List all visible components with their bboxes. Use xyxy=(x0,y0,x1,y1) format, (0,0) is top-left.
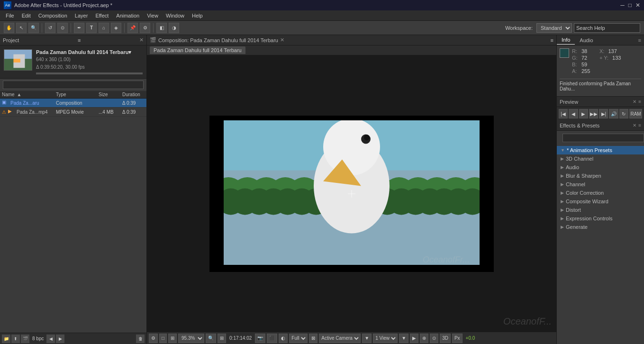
tool-cam[interactable]: ⚙ xyxy=(140,23,150,33)
new-comp-btn[interactable]: 🎬 xyxy=(21,335,29,343)
new-folder-btn[interactable]: 📁 xyxy=(2,335,10,343)
menu-window[interactable]: Window xyxy=(162,12,188,19)
region-btn[interactable]: □ xyxy=(159,334,167,343)
list-item[interactable]: ▶ 3D Channel xyxy=(557,154,644,163)
effects-panel-menu[interactable]: ≡ xyxy=(638,123,641,128)
prev-audio-btn[interactable]: 🔊 xyxy=(609,109,618,118)
color-pick-btn[interactable]: ⬛ xyxy=(267,334,277,343)
camera-select[interactable]: Active Camera xyxy=(319,334,361,343)
col-type-header[interactable]: Type xyxy=(54,91,97,98)
tool-pin[interactable]: 📌 xyxy=(127,23,138,33)
workspace-select[interactable]: Standard xyxy=(536,23,572,33)
close-btn[interactable]: ✕ xyxy=(635,2,640,9)
project-panel-header: Project ≡ ✕ xyxy=(0,35,146,45)
list-item[interactable]: ▶ Audio xyxy=(557,163,644,172)
arrow-icon: ▶ xyxy=(561,199,564,204)
minimize-btn[interactable]: ─ xyxy=(620,2,625,9)
project-panel-close[interactable]: ✕ xyxy=(139,37,144,43)
delete-btn[interactable]: 🗑 xyxy=(136,335,145,343)
render-btn[interactable]: ▶ xyxy=(410,334,418,343)
color-settings-btn[interactable]: ◀ xyxy=(46,335,55,343)
col-size-header[interactable]: Size xyxy=(97,91,120,98)
tool-extra1[interactable]: ◧ xyxy=(156,23,167,33)
menu-help[interactable]: Help xyxy=(188,12,207,19)
col-name-header[interactable]: Name ▲ xyxy=(0,91,54,98)
prev-ram-btn[interactable]: RAM xyxy=(629,109,642,118)
list-item[interactable]: ▶ Color Correction xyxy=(557,189,644,197)
tool-orbit[interactable]: ⊙ xyxy=(57,23,68,33)
project-panel-menu[interactable]: ≡ xyxy=(78,37,81,43)
comp-panel-menu[interactable]: ≡ xyxy=(551,37,553,43)
list-item[interactable]: ▶ Distort xyxy=(557,206,644,214)
tab-info[interactable]: Info xyxy=(557,36,575,45)
menu-layer[interactable]: Layer xyxy=(71,12,92,19)
tool-text[interactable]: T xyxy=(86,23,97,33)
menu-composition[interactable]: Composition xyxy=(35,12,71,19)
maximize-btn[interactable]: □ xyxy=(628,2,632,9)
list-item[interactable]: ▶ Blur & Sharpen xyxy=(557,172,644,180)
view-toggle[interactable]: ▼ xyxy=(399,334,408,343)
zoom-select[interactable]: 95.3% xyxy=(178,334,204,343)
menu-edit[interactable]: Edit xyxy=(18,12,35,19)
project-search-input[interactable] xyxy=(3,81,144,89)
list-item[interactable]: ▶ Expression Controls xyxy=(557,214,644,223)
search-input[interactable] xyxy=(574,23,640,33)
preview-panel-close[interactable]: ✕ xyxy=(633,99,636,104)
grid-btn[interactable]: ⊞ xyxy=(218,334,226,343)
menu-view[interactable]: View xyxy=(143,12,162,19)
prev-fwd-btn[interactable]: ▶▶ xyxy=(589,109,598,118)
list-item[interactable]: ▶ Composite Wizard xyxy=(557,197,644,206)
prev-play-btn[interactable]: ▶ xyxy=(579,109,588,118)
list-item[interactable]: ▶ Channel xyxy=(557,180,644,189)
tool-pen[interactable]: ✒ xyxy=(74,23,84,33)
prev-loop-btn[interactable]: ↻ xyxy=(619,109,628,118)
effects-panel-close[interactable]: ✕ xyxy=(633,123,636,128)
tool-brush[interactable]: ⌂ xyxy=(99,23,109,33)
arrow-icon: ▶ xyxy=(561,208,564,212)
quality-select[interactable]: Full xyxy=(289,334,308,343)
tool-clone[interactable]: ◈ xyxy=(111,23,121,33)
tool-zoom[interactable]: 🔍 xyxy=(28,23,39,33)
prev-first-btn[interactable]: |◀ xyxy=(559,109,568,118)
prev-back-btn[interactable]: ◀ xyxy=(569,109,578,118)
table-row[interactable]: ⚠ ▶ Pada Za...mp4 MPEG Movie ...4 MB Δ 0… xyxy=(0,108,146,117)
camera-toggle[interactable]: ▼ xyxy=(362,334,372,343)
view-select[interactable]: 1 View xyxy=(373,334,398,343)
comp-tab[interactable]: Pada Zaman Dahulu full 2014 Terbaru xyxy=(150,46,245,54)
3d-btn[interactable]: 3D xyxy=(440,334,451,343)
sep3 xyxy=(124,23,125,33)
render3-btn[interactable]: ⊙ xyxy=(430,334,438,343)
menu-effect[interactable]: Effect xyxy=(91,12,112,19)
tab-audio[interactable]: Audio xyxy=(575,36,598,45)
comp-icon: ▣ xyxy=(2,100,9,106)
effect-label: 3D Channel xyxy=(566,156,593,162)
menu-file[interactable]: File xyxy=(2,12,18,19)
render2-btn[interactable]: ⊕ xyxy=(420,334,428,343)
comp-settings-btn[interactable]: ⚙ xyxy=(149,334,158,343)
toolbar: ✋ ↖ 🔍 ↺ ⊙ ✒ T ⌂ ◈ 📌 ⚙ ◧ ◑ Workspace: Sta… xyxy=(0,21,644,35)
transparency-btn[interactable]: ⊞ xyxy=(168,334,177,343)
zoom-btn[interactable]: 🔍 xyxy=(206,334,216,343)
quality-toggle[interactable]: ⊠ xyxy=(309,334,317,343)
tool-extra2[interactable]: ◑ xyxy=(169,23,179,33)
right-panel-menu[interactable]: ≡ xyxy=(635,37,644,43)
menu-animation[interactable]: Animation xyxy=(112,12,143,19)
list-item[interactable]: ▶ Generate xyxy=(557,223,644,231)
import-btn[interactable]: ⬆ xyxy=(11,335,20,343)
comp-tab-close[interactable]: ✕ xyxy=(280,37,284,43)
y-value: 133 xyxy=(612,55,621,61)
tool-rotate[interactable]: ↺ xyxy=(45,23,55,33)
prev-last-btn[interactable]: ▶| xyxy=(599,109,608,118)
prev-btn[interactable]: ▶ xyxy=(56,335,64,343)
project-search-area xyxy=(0,79,146,91)
preview-panel-menu[interactable]: ≡ xyxy=(638,99,641,104)
list-item[interactable]: ▼ * Animation Presets xyxy=(557,146,644,154)
color-pick2-btn[interactable]: ◐ xyxy=(279,334,288,343)
effects-search-input[interactable] xyxy=(562,134,644,142)
camera-tool-btn[interactable]: 📷 xyxy=(255,334,265,343)
pixel-btn[interactable]: Px xyxy=(452,334,463,343)
tool-select[interactable]: ↖ xyxy=(16,23,27,33)
table-row[interactable]: ▣ Pada Za...aru Composition Δ 0:39 xyxy=(0,99,146,108)
tool-hand[interactable]: ✋ xyxy=(4,23,14,33)
col-dur-header[interactable]: Duration xyxy=(120,91,146,98)
